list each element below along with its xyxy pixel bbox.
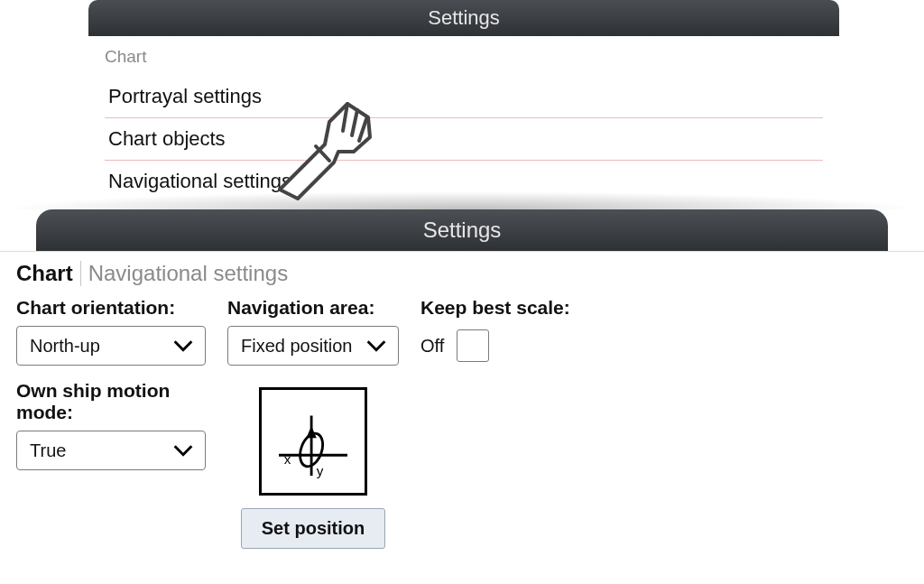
settings-titlebar-bottom: Settings: [36, 209, 888, 251]
navigation-area-label: Navigation area:: [227, 297, 399, 319]
diagram-x-label: x: [284, 451, 291, 467]
settings-form: Chart orientation: North-up Own ship mot…: [16, 297, 908, 549]
menu-item-portrayal-settings[interactable]: Portrayal settings: [105, 76, 823, 118]
breadcrumb-navigational-settings: Navigational settings: [88, 261, 288, 286]
menu-item-label: Chart objects: [108, 127, 226, 150]
breadcrumb: Chart Navigational settings: [16, 261, 908, 286]
column-chart-orientation: Chart orientation: North-up Own ship mot…: [16, 297, 206, 485]
position-diagram: x y: [259, 387, 367, 496]
chevron-down-icon: [171, 333, 196, 358]
panel-shadow: [0, 191, 924, 209]
column-keep-best-scale: Keep best scale: Off: [420, 297, 601, 366]
set-position-button[interactable]: Set position: [241, 508, 385, 549]
column-navigation-area: Navigation area: Fixed position x y: [227, 297, 399, 549]
settings-title-top: Settings: [428, 6, 500, 29]
keep-best-scale-value: Off: [420, 336, 444, 357]
own-ship-mode-select[interactable]: True: [16, 431, 206, 470]
menu-item-label: Portrayal settings: [108, 85, 262, 107]
chevron-down-icon: [364, 333, 389, 358]
chart-menu-body: Chart Portrayal settings Chart objects N…: [88, 36, 839, 211]
chevron-down-icon: [171, 438, 196, 463]
diagram-y-label: y: [317, 463, 324, 478]
own-ship-mode-value: True: [30, 440, 66, 461]
navigation-area-select[interactable]: Fixed position: [227, 326, 399, 366]
chart-settings-menu-panel: Settings Chart Portrayal settings Chart …: [88, 0, 839, 211]
settings-title-bottom: Settings: [423, 218, 502, 242]
own-ship-mode-label: Own ship motion mode:: [16, 380, 206, 423]
chart-section-label: Chart: [105, 47, 823, 67]
chart-orientation-label: Chart orientation:: [16, 297, 206, 319]
menu-item-chart-objects[interactable]: Chart objects: [105, 118, 823, 161]
navigation-area-value: Fixed position: [241, 336, 352, 357]
keep-best-scale-label: Keep best scale:: [420, 297, 601, 319]
navigational-settings-body: Chart Navigational settings Chart orient…: [0, 251, 924, 576]
chart-orientation-select[interactable]: North-up: [16, 326, 206, 366]
menu-item-navigational-settings[interactable]: Navigational settings: [105, 161, 823, 193]
svg-marker-3: [306, 426, 316, 438]
navigational-settings-panel: Settings Chart Navigational settings Cha…: [0, 191, 924, 576]
keep-best-scale-checkbox[interactable]: [457, 329, 489, 362]
chart-orientation-value: North-up: [30, 336, 100, 357]
breadcrumb-chart[interactable]: Chart: [16, 261, 81, 286]
settings-titlebar-top: Settings: [88, 0, 839, 36]
keep-best-scale-row: Off: [420, 326, 601, 366]
menu-item-label: Navigational settings: [108, 170, 291, 192]
